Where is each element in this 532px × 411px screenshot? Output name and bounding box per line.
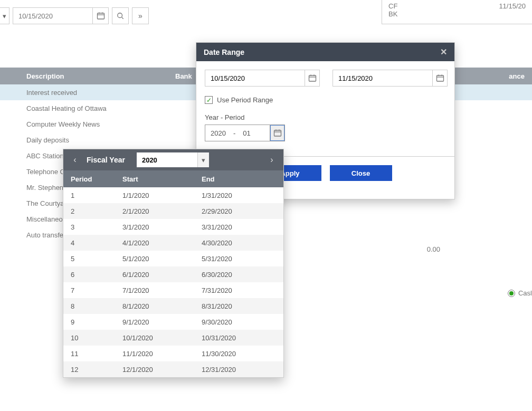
cell-period: 6 — [63, 271, 121, 279]
info-cf: CF — [388, 2, 397, 10]
cell-start: 2/1/2020 — [121, 207, 201, 215]
cell-period: 3 — [63, 223, 121, 231]
dialog-title: Date Range — [204, 48, 244, 56]
close-icon[interactable]: ✕ — [440, 47, 447, 57]
use-period-checkbox-row[interactable]: ✓ Use Period Range — [205, 96, 446, 104]
close-button[interactable]: Close — [330, 165, 392, 181]
toolbar-date-field[interactable] — [13, 7, 109, 24]
cell-end: 3/31/2020 — [201, 223, 283, 231]
fiscal-year-input[interactable] — [137, 152, 197, 167]
dialog-header: Date Range ✕ — [196, 43, 454, 61]
info-date: 11/15/20 — [499, 2, 526, 22]
cell-period: 8 — [63, 302, 121, 310]
period-row[interactable]: 1111/1/202011/30/2020 — [63, 346, 283, 361]
chevron-down-icon[interactable]: ▾ — [197, 152, 209, 167]
radio-label: Casl — [518, 289, 532, 297]
cell-start: 11/1/2020 — [121, 350, 201, 358]
cell-end: 1/31/2020 — [201, 192, 283, 199]
cell-period: 9 — [63, 318, 121, 326]
svg-point-4 — [118, 13, 122, 18]
prev-year-button[interactable]: ‹ — [70, 155, 80, 165]
cell-description: Interest received — [19, 89, 172, 97]
period-row[interactable]: 22/1/20202/29/2020 — [63, 203, 283, 219]
cell-end: 7/31/2020 — [201, 286, 283, 294]
cell-start: 9/1/2020 — [121, 318, 201, 326]
cell-start: 5/1/2020 — [121, 255, 201, 263]
cell-end: 11/30/2020 — [201, 350, 283, 358]
cell-end: 12/31/2020 — [201, 366, 283, 374]
period-row[interactable]: 55/1/20205/31/2020 — [63, 251, 283, 266]
cash-radio-row[interactable]: Casl — [508, 289, 532, 297]
cell-start: 6/1/2020 — [121, 271, 201, 279]
svg-line-5 — [122, 17, 124, 19]
year-period-label: Year - Period — [205, 113, 446, 121]
to-date-input[interactable] — [333, 74, 432, 82]
cell-end: 8/31/2020 — [201, 302, 283, 310]
year-period-field[interactable]: 2020 - 01 — [205, 125, 285, 141]
cell-end: 6/30/2020 — [201, 271, 283, 279]
cell-end: 4/30/2020 — [201, 239, 283, 247]
cell-period: 2 — [63, 207, 121, 215]
to-date-field[interactable] — [332, 70, 448, 87]
cell-period: 4 — [63, 239, 121, 247]
period-value: 01 — [238, 129, 255, 137]
col-balance[interactable]: ance — [448, 72, 532, 80]
info-panel: CF BK 11/15/20 — [382, 0, 532, 24]
calendar-icon[interactable] — [305, 70, 319, 86]
calendar-icon[interactable] — [270, 125, 284, 141]
period-row[interactable]: 44/1/20204/30/2020 — [63, 235, 283, 251]
toolbar-date-input[interactable] — [13, 12, 92, 20]
cell-start: 12/1/2020 — [121, 366, 201, 374]
account-dropdown-caret[interactable]: ▾ — [0, 7, 10, 24]
expand-button[interactable]: » — [132, 7, 149, 24]
period-row[interactable]: 11/1/20201/31/2020 — [63, 187, 283, 203]
cell-start: 7/1/2020 — [121, 286, 201, 294]
year-value: 2020 — [205, 129, 231, 137]
fiscal-year-popup: ‹ Fiscal Year ▾ › Period Start End 11/1/… — [63, 149, 284, 378]
col-period: Period — [63, 175, 121, 183]
from-date-field[interactable] — [205, 70, 320, 87]
fiscal-year-header: ‹ Fiscal Year ▾ › — [63, 149, 283, 170]
col-start: Start — [121, 175, 201, 183]
period-row[interactable]: 77/1/20207/31/2020 — [63, 282, 283, 298]
period-row[interactable]: 1010/1/202010/31/2020 — [63, 330, 283, 346]
cell-period: 11 — [63, 350, 121, 358]
period-row[interactable]: 66/1/20206/30/2020 — [63, 266, 283, 282]
period-row[interactable]: 99/1/20209/30/2020 — [63, 314, 283, 330]
use-period-label: Use Period Range — [217, 96, 273, 104]
from-date-input[interactable] — [205, 74, 305, 82]
cell-period: 1 — [63, 192, 121, 199]
cell-end: 5/31/2020 — [201, 255, 283, 263]
fiscal-year-columns: Period Start End — [63, 170, 283, 187]
fiscal-year-label: Fiscal Year — [87, 156, 125, 164]
cell-start: 10/1/2020 — [121, 334, 201, 342]
cell-start: 3/1/2020 — [121, 223, 201, 231]
period-row[interactable]: 1212/1/202012/31/2020 — [63, 361, 283, 377]
calendar-icon[interactable] — [432, 70, 447, 86]
fiscal-year-select[interactable]: ▾ — [137, 152, 209, 167]
search-button[interactable] — [112, 7, 129, 24]
next-year-button[interactable]: › — [267, 155, 277, 165]
info-bk: BK — [388, 10, 397, 18]
col-description[interactable]: Description — [19, 72, 172, 80]
total-amount: 0.00 — [427, 245, 440, 253]
cell-end: 10/31/2020 — [201, 334, 283, 342]
cell-start: 4/1/2020 — [121, 239, 201, 247]
period-row[interactable]: 88/1/20208/31/2020 — [63, 298, 283, 314]
checkbox-icon[interactable]: ✓ — [205, 96, 213, 104]
cell-period: 5 — [63, 255, 121, 263]
calendar-icon[interactable] — [92, 8, 108, 24]
cell-end: 9/30/2020 — [201, 318, 283, 326]
cell-description: Computer Weekly News — [19, 120, 172, 128]
cell-description: Daily deposits — [19, 136, 172, 144]
cell-period: 7 — [63, 286, 121, 294]
cell-period: 12 — [63, 366, 121, 374]
cell-start: 8/1/2020 — [121, 302, 201, 310]
cell-start: 1/1/2020 — [121, 192, 201, 199]
top-toolbar: ▾ » — [0, 7, 149, 24]
cell-period: 10 — [63, 334, 121, 342]
radio-icon[interactable] — [508, 290, 515, 297]
period-row[interactable]: 33/1/20203/31/2020 — [63, 219, 283, 235]
cell-description: Coastal Heating of Ottawa — [19, 104, 172, 112]
cell-end: 2/29/2020 — [201, 207, 283, 215]
